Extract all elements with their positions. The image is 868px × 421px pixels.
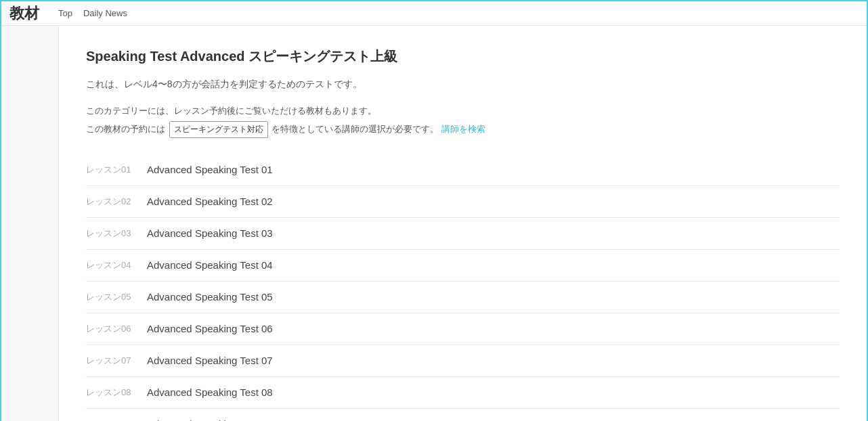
lesson-number: レッスン01 <box>86 164 147 176</box>
lesson-title: Advanced Speaking Test 08 <box>147 386 273 398</box>
lesson-item[interactable]: レッスン05Advanced Speaking Test 05 <box>86 282 840 313</box>
lesson-title: Advanced Speaking Test 04 <box>147 259 273 271</box>
breadcrumb-nav: Top Daily News <box>53 8 133 18</box>
lesson-number: レッスン07 <box>86 355 147 367</box>
nav-daily-news[interactable]: Daily News <box>78 8 133 18</box>
lesson-item[interactable]: レッスン02Advanced Speaking Test 02 <box>86 186 840 218</box>
notice-2-suffix: を特徴としている講師の選択が必要です。 <box>272 124 439 134</box>
lesson-item[interactable]: レッスン08Advanced Speaking Test 08 <box>86 377 840 409</box>
lesson-title: Advanced Speaking Test 01 <box>147 164 273 175</box>
lesson-number: レッスン05 <box>86 291 147 303</box>
lesson-item[interactable]: レッスン09Advanced Speaking Test 09 <box>86 409 840 421</box>
speaking-test-badge: スピーキングテスト対応 <box>169 121 268 137</box>
notice-2-prefix: この教材の予約には <box>86 124 165 134</box>
notice-1: このカテゴリーには、レッスン予約後にご覧いただける教材もあります。 <box>86 104 840 118</box>
lesson-item[interactable]: レッスン07Advanced Speaking Test 07 <box>86 345 840 377</box>
lesson-number: レッスン09 <box>86 418 147 421</box>
lesson-number: レッスン08 <box>86 386 147 399</box>
lesson-number: レッスン02 <box>86 196 147 208</box>
main-wrapper: Speaking Test Advanced スピーキングテスト上級 これは、レ… <box>1 26 867 421</box>
lesson-title: Advanced Speaking Test 03 <box>147 227 273 239</box>
lesson-list: レッスン01Advanced Speaking Test 01レッスン02Adv… <box>86 154 840 421</box>
lesson-number: レッスン04 <box>86 259 147 271</box>
lesson-title: Advanced Speaking Test 05 <box>147 291 273 303</box>
lesson-title: Advanced Speaking Test 06 <box>147 323 273 334</box>
site-logo: 教材 <box>9 3 39 24</box>
teacher-search-link[interactable]: 講師を検索 <box>441 124 485 134</box>
lesson-title: Advanced Speaking Test 07 <box>147 355 273 366</box>
lesson-item[interactable]: レッスン03Advanced Speaking Test 03 <box>86 218 840 250</box>
content-area: Speaking Test Advanced スピーキングテスト上級 これは、レ… <box>59 26 867 421</box>
lesson-item[interactable]: レッスン01Advanced Speaking Test 01 <box>86 154 840 186</box>
page-title: Speaking Test Advanced スピーキングテスト上級 <box>86 47 840 66</box>
lesson-number: レッスン03 <box>86 227 147 240</box>
nav-top[interactable]: Top <box>53 8 78 18</box>
sidebar <box>1 26 59 421</box>
notice-2: この教材の予約には スピーキングテスト対応 を特徴としている講師の選択が必要です… <box>86 121 840 137</box>
header: 教材 Top Daily News <box>1 1 867 26</box>
lesson-title: Advanced Speaking Test 09 <box>147 418 273 421</box>
page-description: これは、レベル4〜8の方が会話力を判定するためのテストです。 <box>86 76 840 91</box>
lesson-number: レッスン06 <box>86 323 147 335</box>
lesson-title: Advanced Speaking Test 02 <box>147 196 273 207</box>
lesson-item[interactable]: レッスン04Advanced Speaking Test 04 <box>86 250 840 282</box>
lesson-item[interactable]: レッスン06Advanced Speaking Test 06 <box>86 313 840 345</box>
